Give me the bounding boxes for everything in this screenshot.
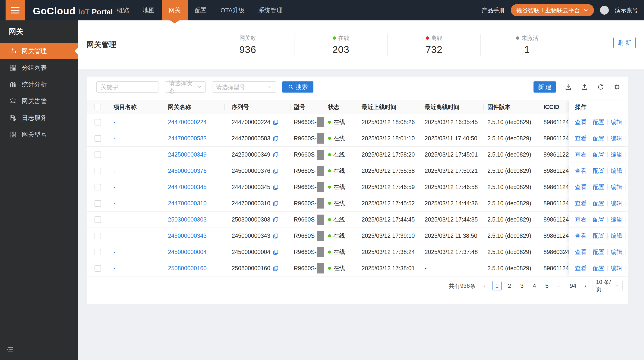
config-action-link[interactable]: 配置 <box>593 232 604 240</box>
view-action-link[interactable]: 查看 <box>575 200 586 207</box>
edit-action-link[interactable]: 编辑 <box>611 216 622 223</box>
product-manual-link[interactable]: 产品手册 <box>482 7 505 14</box>
prev-page-arrow[interactable]: ‹ <box>481 281 489 290</box>
page-number[interactable]: 1 <box>492 281 502 290</box>
hamburger-menu-icon[interactable] <box>6 0 25 21</box>
tab-ota-upgrade[interactable]: OTA升级 <box>214 0 252 21</box>
view-action-link[interactable]: 查看 <box>575 232 586 240</box>
sidebar-item-log-service[interactable]: 日志服务 <box>0 109 78 126</box>
sidebar-item-group-list[interactable]: 分组列表 <box>0 59 78 76</box>
gateway-name-link[interactable]: 244700000224 <box>168 119 207 125</box>
table-row: - 244700000583 244700000583 R9660S- 在线 2… <box>87 130 628 147</box>
download-icon[interactable] <box>564 83 572 91</box>
view-action-link[interactable]: 查看 <box>575 118 586 126</box>
gateway-name-link[interactable]: 244700000583 <box>168 135 207 142</box>
edit-action-link[interactable]: 编辑 <box>611 134 622 142</box>
gateway-name-link[interactable]: 245000000376 <box>168 167 207 174</box>
gear-icon[interactable] <box>613 83 621 91</box>
edit-action-link[interactable]: 编辑 <box>611 151 622 158</box>
copy-icon[interactable] <box>273 168 279 174</box>
config-action-link[interactable]: 配置 <box>593 151 604 158</box>
edit-action-link[interactable]: 编辑 <box>611 118 622 126</box>
gateway-name-link[interactable]: 245000000343 <box>168 232 207 239</box>
row-checkbox[interactable] <box>94 200 101 207</box>
user-avatar[interactable] <box>600 6 609 15</box>
copy-icon[interactable] <box>273 152 279 158</box>
copy-icon[interactable] <box>273 184 279 190</box>
gateway-name-link[interactable]: 242500000349 <box>168 151 207 158</box>
row-checkbox[interactable] <box>94 233 101 239</box>
row-checkbox[interactable] <box>94 184 101 191</box>
refresh-button[interactable]: 刷 新 <box>614 37 636 48</box>
model-select[interactable]: 请选择型号 <box>212 81 276 93</box>
gateway-name-link[interactable]: 250800000160 <box>168 265 207 272</box>
config-action-link[interactable]: 配置 <box>593 200 604 207</box>
page-number[interactable]: 3 <box>517 281 526 290</box>
tab-map[interactable]: 地图 <box>136 0 162 21</box>
config-action-link[interactable]: 配置 <box>593 118 604 126</box>
row-checkbox[interactable] <box>94 151 101 158</box>
copy-icon[interactable] <box>273 265 279 271</box>
reload-icon[interactable] <box>597 83 604 91</box>
row-checkbox[interactable] <box>94 168 101 174</box>
select-all-checkbox[interactable] <box>94 104 101 110</box>
page-number[interactable]: 5 <box>542 281 552 290</box>
row-checkbox[interactable] <box>94 216 101 223</box>
view-action-link[interactable]: 查看 <box>575 264 586 272</box>
view-action-link[interactable]: 查看 <box>575 134 586 142</box>
copy-icon[interactable] <box>273 119 279 125</box>
create-button[interactable]: 新 建 <box>534 81 556 93</box>
tab-config[interactable]: 配置 <box>188 0 214 21</box>
copy-icon[interactable] <box>273 233 279 239</box>
edit-action-link[interactable]: 编辑 <box>611 183 622 191</box>
row-checkbox[interactable] <box>94 119 101 125</box>
edit-action-link[interactable]: 编辑 <box>611 167 622 175</box>
view-action-link[interactable]: 查看 <box>575 216 586 223</box>
page-number[interactable]: 4 <box>530 281 539 290</box>
gateway-name-link[interactable]: 244700000345 <box>168 184 207 191</box>
search-button[interactable]: 搜索 <box>282 81 314 93</box>
next-page-arrow[interactable]: › <box>581 281 589 290</box>
config-action-link[interactable]: 配置 <box>593 248 604 256</box>
gateway-name-link[interactable]: 250300000303 <box>168 216 207 223</box>
platform-select-button[interactable]: 锐谷智联工业物联云平台 <box>511 4 594 16</box>
sidebar-item-statistics[interactable]: 统计分析 <box>0 76 78 93</box>
copy-icon[interactable] <box>273 217 279 223</box>
view-action-link[interactable]: 查看 <box>575 167 586 175</box>
config-action-link[interactable]: 配置 <box>593 264 604 272</box>
row-checkbox[interactable] <box>94 249 101 255</box>
sidebar-item-gateway-model[interactable]: 网关型号 <box>0 126 78 143</box>
upload-icon[interactable] <box>580 83 588 91</box>
config-action-link[interactable]: 配置 <box>593 216 604 223</box>
tab-overview[interactable]: 概览 <box>110 0 136 21</box>
collapse-sidebar-icon[interactable] <box>5 345 14 354</box>
edit-action-link[interactable]: 编辑 <box>611 264 622 272</box>
view-action-link[interactable]: 查看 <box>575 248 586 256</box>
edit-action-link[interactable]: 编辑 <box>611 200 622 207</box>
page-number[interactable]: 94 <box>568 281 578 290</box>
status-select[interactable]: 请选择状态 <box>165 81 206 93</box>
tab-gateway[interactable]: 网关 <box>162 0 188 21</box>
view-action-link[interactable]: 查看 <box>575 151 586 158</box>
page-number[interactable]: 2 <box>505 281 514 290</box>
sidebar-item-gateway-management[interactable]: 网关管理 <box>0 43 78 59</box>
sidebar-item-gateway-alarm[interactable]: 网关告警 <box>0 93 78 109</box>
config-action-link[interactable]: 配置 <box>593 134 604 142</box>
copy-icon[interactable] <box>273 249 279 255</box>
config-action-link[interactable]: 配置 <box>593 183 604 191</box>
gateway-name-link[interactable]: 245000000004 <box>168 249 207 255</box>
edit-action-link[interactable]: 编辑 <box>611 248 622 256</box>
row-checkbox[interactable] <box>94 265 101 272</box>
copy-icon[interactable] <box>273 201 279 207</box>
view-action-link[interactable]: 查看 <box>575 183 586 191</box>
account-name[interactable]: 演示账号 <box>615 7 638 14</box>
page-number[interactable]: ··· <box>555 281 565 290</box>
tab-system-admin[interactable]: 系统管理 <box>252 0 290 21</box>
edit-action-link[interactable]: 编辑 <box>611 232 622 240</box>
gateway-name-link[interactable]: 244700000310 <box>168 200 207 207</box>
keyword-input[interactable] <box>96 81 158 93</box>
page-size-select[interactable]: 10 条/页 <box>592 281 623 291</box>
config-action-link[interactable]: 配置 <box>593 167 604 175</box>
copy-icon[interactable] <box>273 135 279 141</box>
row-checkbox[interactable] <box>94 135 101 142</box>
